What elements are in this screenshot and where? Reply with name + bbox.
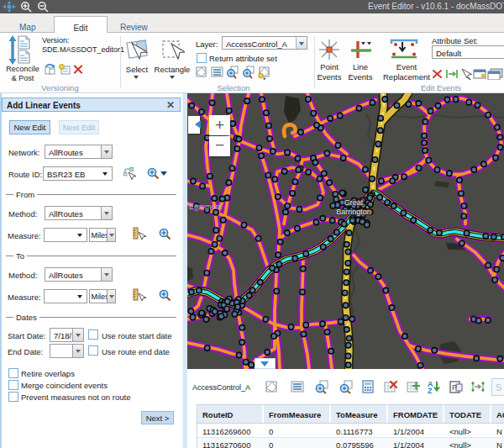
svg-text:Great: Great <box>344 198 364 207</box>
svg-text:Egremont: Egremont <box>189 203 222 211</box>
svg-text:Z: Z <box>428 387 433 394</box>
svg-text:P: P <box>452 383 457 392</box>
svg-text:Barrington: Barrington <box>336 208 370 216</box>
